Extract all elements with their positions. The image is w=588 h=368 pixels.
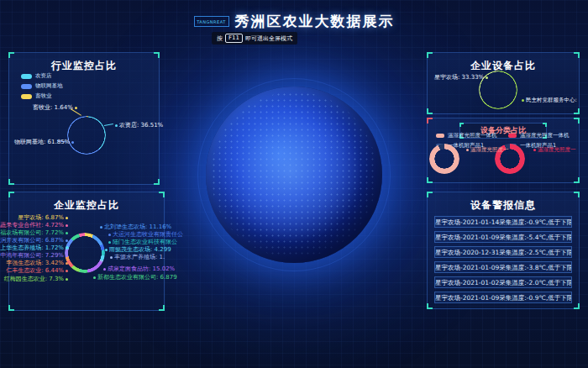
- pointer-dot: [100, 226, 102, 229]
- hint-prefix: 按: [217, 34, 223, 43]
- legend-label: 畜牧业: [35, 92, 52, 100]
- chart-label-text: 物联网基地: 61.85%: [14, 139, 70, 145]
- alarm-row: 星宇农场-2021-01-14采集温度:-0.9℃,低于下限:0℃: [434, 216, 572, 228]
- pointer-dot: [108, 241, 111, 244]
- alarm-list: 星宇农场-2021-01-14采集温度:-0.9℃,低于下限:0℃ 星宇农场-2…: [428, 216, 579, 303]
- corner-decoration: [543, 123, 547, 127]
- f11-keycap: F11: [225, 34, 243, 43]
- chart-label-text: 上华生态养殖场: 1.72%: [0, 244, 64, 251]
- chart-label-text: 星宇农场: 6.87%: [18, 214, 64, 221]
- chart-label: 李强生态农场: 3.42%: [6, 260, 70, 266]
- pointer-dot: [105, 249, 108, 251]
- panel-device-alarms: 设备警报信息 星宇农场-2021-01-14采集温度:-0.9℃,低于下限:0℃…: [427, 192, 580, 309]
- chart-label: 星宇农场: 33.33%: [434, 74, 490, 81]
- chart-label-text: 温湿度光照度一: [538, 146, 576, 153]
- chart-label-text: 中鸿年有限公司: 7.29%: [0, 252, 64, 259]
- corner-decoration: [8, 192, 14, 197]
- chart-label-text: 仁丰生态农业: 6.44%: [6, 267, 64, 274]
- legend-label: 农资店: [35, 72, 52, 80]
- industry-donut-chart[interactable]: [67, 116, 106, 155]
- corner-decoration: [427, 192, 433, 197]
- globe: [206, 87, 382, 263]
- pointer-dot: [66, 262, 68, 265]
- legend-item[interactable]: 温湿度光照度一体机: [436, 132, 497, 139]
- chart-label-text: 民主村党群服务中心:: [526, 97, 577, 103]
- chart-label: 温湿度光照度一: [532, 146, 576, 153]
- pointer-dot: [66, 239, 68, 242]
- chart-label: 家福农场有限公司: 7.72%: [0, 229, 70, 236]
- pointer-dot: [66, 224, 68, 227]
- corner-decoration: [8, 179, 14, 185]
- chart-label: 陆门生态农业科技有限公: [107, 239, 177, 245]
- dashboard-screen: TANGNREAT 秀洲区农业大数据展示 按 F11 即可退出全屏模式 行业监控…: [0, 0, 588, 368]
- corner-decoration: [159, 192, 165, 197]
- pointer-dot: [66, 255, 68, 257]
- legend-swatch: [21, 94, 32, 99]
- chart-label: 仁丰生态农业: 6.44%: [6, 267, 70, 274]
- chart-label-text: 农资店: 36.51%: [119, 122, 163, 129]
- panel-enterprise-ratio: 企业监控占比 星宇农场: 6.87% 彩凤蔬果专业合作社: 4.72% 家福农场…: [8, 192, 165, 311]
- corner-decoration: [574, 52, 580, 58]
- pointer-dot: [75, 107, 77, 109]
- chart-label-text: 成泉定面食品坊: 15.02%: [108, 265, 175, 272]
- fullscreen-hint: 按 F11 即可退出全屏模式: [212, 32, 297, 45]
- corner-decoration: [154, 179, 160, 185]
- alarm-row: 星宇农场-2020-12-31采集温度:-2.5℃,低于下限:0℃: [434, 246, 572, 258]
- classification-left-donut-chart[interactable]: [429, 144, 459, 174]
- panel-equipment-ratio: 企业设备占比 星宇农场: 33.33% 民主村党群服务中心:: [427, 52, 580, 114]
- legend-item[interactable]: 温湿度光照度一体机: [508, 132, 570, 139]
- chart-label: 星宇农场: 6.87%: [18, 214, 70, 221]
- pointer-dot: [533, 149, 536, 151]
- chart-label: 成泉定面食品坊: 15.02%: [102, 265, 175, 272]
- chart-label-text: 润开发有限公司: 6.87%: [0, 237, 64, 244]
- legend-swatch: [21, 74, 32, 79]
- chart-label: 丰源水产养殖场: 1.: [108, 254, 165, 260]
- legend-swatch: [436, 134, 444, 138]
- pointer-dot: [66, 232, 68, 234]
- pointer-dot: [486, 76, 488, 79]
- chart-label: 雨懿茂生态农场: 4.299: [103, 246, 171, 253]
- corner-decoration: [427, 108, 433, 114]
- corner-decoration: [427, 52, 433, 58]
- legend-item[interactable]: 畜牧业: [21, 92, 63, 100]
- corner-decoration: [427, 303, 433, 309]
- chart-label-text: 星宇农场: 33.33%: [434, 74, 484, 81]
- industry-legend: 农资店 物联网基地 畜牧业: [21, 72, 63, 103]
- pointer-dot: [103, 268, 106, 271]
- legend-item[interactable]: 农资店: [21, 72, 63, 80]
- chart-label: 温湿度光照度一: [465, 146, 509, 153]
- pointer-dot: [110, 256, 113, 259]
- enterprise-donut-chart[interactable]: [65, 233, 105, 273]
- chart-label: 北刘犟生态农场: 11.16%: [98, 223, 171, 230]
- pointer-dot: [71, 141, 74, 144]
- corner-decoration: [574, 118, 580, 124]
- panel-title: 设备警报信息: [428, 198, 579, 213]
- chart-label: 红梅园生态农业: 7.3%: [4, 276, 70, 282]
- corner-decoration: [159, 305, 165, 311]
- brand-logo: TANGNREAT: [194, 16, 229, 27]
- pointer-dot: [466, 149, 469, 151]
- chart-label: 上华生态养殖场: 1.72%: [0, 244, 70, 251]
- pointer-line: [104, 124, 113, 126]
- corner-decoration: [459, 123, 464, 127]
- panel-industry-ratio: 行业监控占比 农资店 物联网基地 畜牧业 畜牧业: 1.64% 农资店: 36.…: [8, 52, 160, 185]
- legend-item[interactable]: 物联网基地: [21, 82, 63, 90]
- chart-label: 农资店: 36.51%: [113, 122, 163, 129]
- chart-label-text: 李强生态农场: 3.42%: [6, 260, 64, 266]
- legend-swatch: [21, 84, 32, 89]
- alarm-row: 星宇农场-2021-01-09采集温度:-3.8℃,低于下限:0℃: [434, 261, 572, 273]
- corner-decoration: [574, 192, 580, 197]
- pointer-dot: [522, 99, 524, 102]
- chart-label-text: 温湿度光照度一: [470, 146, 509, 153]
- chart-label-text: 畜牧业: 1.64%: [33, 104, 73, 111]
- chart-label-text: 红梅园生态农业: 7.3%: [4, 276, 64, 282]
- corner-decoration: [8, 305, 14, 311]
- legend-label: 温湿度光照度一体机: [520, 132, 570, 139]
- corner-decoration: [8, 52, 14, 58]
- alarm-row: 星宇农场-2021-01-09采集温度:-5.4℃,低于下限:0℃: [434, 231, 572, 243]
- panel-title: 企业监控占比: [9, 198, 164, 213]
- chart-label: 中鸿年有限公司: 7.29%: [0, 252, 70, 259]
- pointer-dot: [115, 124, 118, 127]
- header: TANGNREAT 秀洲区农业大数据展示: [0, 12, 588, 31]
- chart-label-text: 陆门生态农业科技有限公: [113, 239, 177, 245]
